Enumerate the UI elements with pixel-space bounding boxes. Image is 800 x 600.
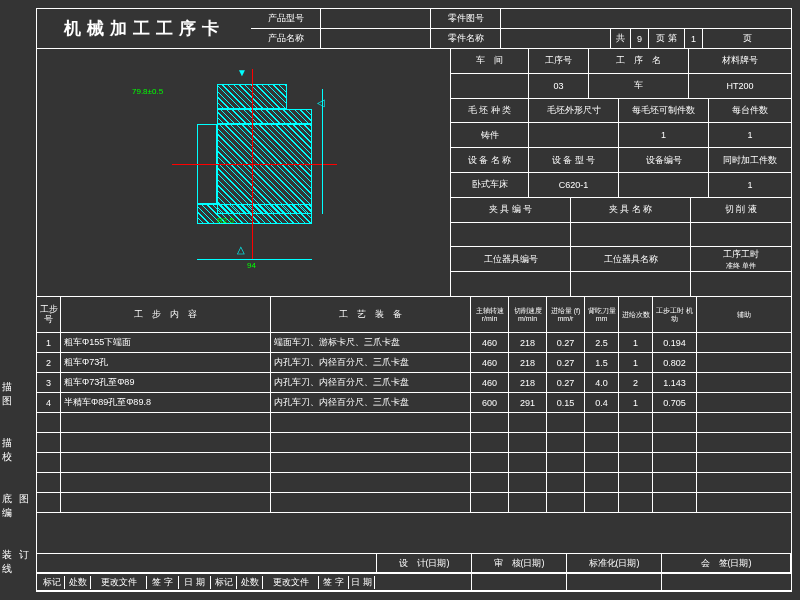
prod-name-lbl: 产品名称 bbox=[251, 29, 321, 48]
cell-machine: 0.802 bbox=[653, 353, 697, 372]
cell-cut bbox=[509, 413, 547, 432]
part-name-lbl: 零件名称 bbox=[431, 29, 501, 48]
cell-aux bbox=[697, 433, 791, 452]
cell-no bbox=[37, 433, 61, 452]
cell-machine: 1.143 bbox=[653, 373, 697, 392]
cell-no bbox=[37, 413, 61, 432]
cell-no: 4 bbox=[37, 393, 61, 412]
perbatch: 1 bbox=[709, 123, 791, 147]
cell-cut bbox=[509, 453, 547, 472]
cell-depth: 1.5 bbox=[585, 353, 619, 372]
cell-depth bbox=[585, 493, 619, 512]
cell-no: 2 bbox=[37, 353, 61, 372]
mid-section: ▼ ◁ △ 79.8±0.5 R2.5 94 车 间 工序号 工 序 名 材料牌… bbox=[37, 49, 791, 297]
cell-content: 粗车Φ155下端面 bbox=[61, 333, 271, 352]
cell-machine: 0.194 bbox=[653, 333, 697, 352]
step-row bbox=[37, 433, 791, 453]
cell-tooling: 内孔车刀、内径百分尺、三爪卡盘 bbox=[271, 393, 471, 412]
simul: 1 bbox=[709, 173, 791, 197]
cutfluid-lbl: 切 削 液 bbox=[691, 198, 791, 222]
blanksize-lbl: 毛坯外形尺寸 bbox=[529, 99, 619, 123]
cell-passes bbox=[619, 413, 653, 432]
procno: 03 bbox=[529, 74, 589, 98]
steps-header: 工步号 工 步 内 容 工 艺 装 备 主轴转速 r/min 切削速度 m/mi… bbox=[37, 297, 791, 333]
approval-design: 设 计(日期) bbox=[377, 554, 472, 572]
lbl-bind: 装 订 线 bbox=[2, 548, 32, 576]
approval-values: 标记 处数 更改文件 签 字 日 期 标记 处数 更改文件 签 字 日 期 bbox=[37, 573, 791, 591]
material-lbl: 材料牌号 bbox=[689, 49, 791, 73]
side-labels: 描 图 描 校 底 图 编 装 订 线 bbox=[2, 380, 32, 600]
step-row: 1粗车Φ155下端面端面车刀、游标卡尺、三爪卡盘4602180.272.510.… bbox=[37, 333, 791, 353]
cell-no bbox=[37, 453, 61, 472]
cell-cut: 291 bbox=[509, 393, 547, 412]
col-cut: 切削速度 m/min bbox=[509, 297, 547, 332]
col-speed: 主轴转速 r/min bbox=[471, 297, 509, 332]
meta-loc2: 处数 bbox=[237, 576, 263, 589]
model: C620-1 bbox=[529, 173, 619, 197]
cell-machine bbox=[653, 453, 697, 472]
cell-aux bbox=[697, 353, 791, 372]
total-pages: 9 bbox=[631, 29, 649, 48]
procname-lbl: 工 序 名 bbox=[589, 49, 689, 73]
workshop bbox=[451, 74, 529, 98]
steps-body: 1粗车Φ155下端面端面车刀、游标卡尺、三爪卡盘4602180.272.510.… bbox=[37, 333, 791, 513]
percount-lbl: 每毛坯可制件数 bbox=[619, 99, 709, 123]
cad-process-card: 描 图 描 校 底 图 编 装 订 线 机械加工工序卡 产品型号 零件图号 产品… bbox=[0, 0, 800, 600]
title-row: 机械加工工序卡 产品型号 零件图号 产品名称 零件名称 共 9 页 第 1 页 bbox=[37, 9, 791, 49]
approval-row: 设 计(日期) 审 核(日期) 标准化(日期) 会 签(日期) bbox=[37, 553, 791, 573]
cell-aux bbox=[697, 493, 791, 512]
model-lbl: 设 备 型 号 bbox=[529, 148, 619, 172]
cell-speed bbox=[471, 493, 509, 512]
cell-depth bbox=[585, 453, 619, 472]
sheet: 机械加工工序卡 产品型号 零件图号 产品名称 零件名称 共 9 页 第 1 页 bbox=[36, 8, 792, 592]
page-suffix: 页 bbox=[703, 29, 791, 48]
equip-lbl: 设 备 名 称 bbox=[451, 148, 529, 172]
cell-speed: 460 bbox=[471, 333, 509, 352]
cell-passes: 1 bbox=[619, 333, 653, 352]
cell-feed bbox=[547, 453, 585, 472]
cell-aux bbox=[697, 453, 791, 472]
workshop-lbl: 车 间 bbox=[451, 49, 529, 73]
cell-passes bbox=[619, 433, 653, 452]
cell-no bbox=[37, 493, 61, 512]
info-panel: 车 间 工序号 工 序 名 材料牌号 03 车 HT200 毛 坯 种 类 毛坯… bbox=[451, 49, 791, 296]
step-row: 4半精车Φ89孔至Φ89.8内孔车刀、内径百分尺、三爪卡盘6002910.150… bbox=[37, 393, 791, 413]
cell-tooling bbox=[271, 453, 471, 472]
cell-no: 3 bbox=[37, 373, 61, 392]
toolno-lbl: 工位器具编号 bbox=[451, 247, 571, 271]
cell-speed bbox=[471, 473, 509, 492]
cutfluid bbox=[691, 223, 791, 247]
material: HT200 bbox=[689, 74, 791, 98]
cell-aux bbox=[697, 393, 791, 412]
dim-d3: 79.8±0.5 bbox=[132, 87, 163, 96]
fixno-lbl: 夹 具 编 号 bbox=[451, 198, 571, 222]
meta-mark: 标记 bbox=[39, 576, 65, 589]
cell-aux bbox=[697, 473, 791, 492]
cell-tooling: 内孔车刀、内径百分尺、三爪卡盘 bbox=[271, 373, 471, 392]
perbatch-lbl: 每台件数 bbox=[709, 99, 791, 123]
cell-cut: 218 bbox=[509, 353, 547, 372]
cell-machine bbox=[653, 413, 697, 432]
prep bbox=[691, 272, 791, 296]
lbl-drawing: 描 图 bbox=[2, 380, 32, 408]
cell-content: 粗车Φ73孔 bbox=[61, 353, 271, 372]
prod-model bbox=[321, 9, 431, 28]
step-row bbox=[37, 413, 791, 433]
cell-speed: 460 bbox=[471, 373, 509, 392]
col-content: 工 步 内 容 bbox=[61, 297, 271, 332]
cell-feed bbox=[547, 473, 585, 492]
cell-machine bbox=[653, 433, 697, 452]
cell-tooling: 内孔车刀、内径百分尺、三爪卡盘 bbox=[271, 353, 471, 372]
cell-feed bbox=[547, 433, 585, 452]
cell-machine: 0.705 bbox=[653, 393, 697, 412]
cell-content bbox=[61, 473, 271, 492]
step-row bbox=[37, 473, 791, 493]
col-depth: 背吃刀量 mm bbox=[585, 297, 619, 332]
percount: 1 bbox=[619, 123, 709, 147]
procno-lbl: 工序号 bbox=[529, 49, 589, 73]
cell-content bbox=[61, 493, 271, 512]
dim-d2: R2.5 bbox=[217, 216, 234, 225]
cell-content: 粗车Φ73孔至Φ89 bbox=[61, 373, 271, 392]
cell-tooling: 端面车刀、游标卡尺、三爪卡盘 bbox=[271, 333, 471, 352]
meta-change2: 更改文件 bbox=[263, 576, 319, 589]
